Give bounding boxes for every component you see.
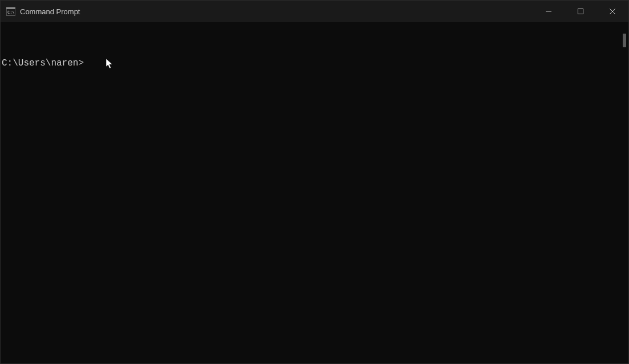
titlebar-left: C:\ Command Prompt [1, 7, 80, 16]
maximize-button[interactable] [565, 1, 596, 22]
prompt-line: C:\Users\naren> [1, 58, 619, 69]
terminal-area[interactable]: C:\Users\naren> [1, 22, 628, 363]
prompt-text: C:\Users\naren> [2, 58, 84, 68]
svg-rect-1 [6, 7, 15, 9]
vertical-scrollbar[interactable] [619, 22, 628, 363]
window-title: Command Prompt [20, 7, 80, 16]
terminal-content[interactable]: C:\Users\naren> [1, 22, 619, 363]
titlebar[interactable]: C:\ Command Prompt [1, 1, 628, 22]
cmd-icon: C:\ [6, 7, 15, 16]
svg-rect-4 [578, 9, 583, 14]
scrollbar-thumb[interactable] [623, 34, 626, 47]
window-controls [533, 1, 628, 22]
close-button[interactable] [596, 1, 628, 22]
minimize-button[interactable] [533, 1, 565, 22]
svg-text:C:\: C:\ [7, 10, 15, 15]
command-prompt-window: C:\ Command Prompt [0, 0, 629, 364]
